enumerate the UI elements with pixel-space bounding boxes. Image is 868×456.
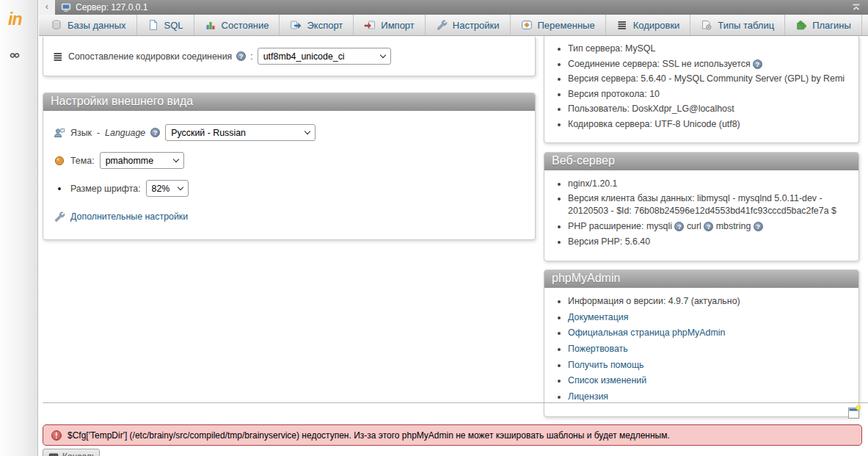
appearance-panel-title: Настройки внешнего вида [43,93,535,111]
theme-icon [54,155,65,167]
php-extension: mysqli [646,221,672,231]
list-item: Официальная страница phpMyAdmin [568,327,851,339]
charset-lines-icon [52,51,64,62]
tab-charsets[interactable]: Кодировки [606,15,691,35]
help-icon[interactable] [236,51,246,61]
page-content: Сопоставление кодировки соединения : utf… [39,36,868,456]
list-item: Версия сервера: 5.6.40 - MySQL Community… [568,73,851,85]
help-icon[interactable] [704,222,713,231]
list-item: Кодировка сервера: UTF-8 Unicode (utf8) [568,118,851,131]
footer-divider [43,402,868,403]
list-item: PHP расширение: mysqli curl mbstring [568,220,851,233]
theme-select[interactable]: pmahomme [100,152,184,169]
phpmyadmin-panel-title: phpMyAdmin [544,270,858,288]
plugin-puzzle-icon [795,19,807,31]
php-extension: mbstring [716,221,751,231]
changelog-link[interactable]: Список изменений [568,375,646,386]
tab-databases[interactable]: Базы данных [40,15,137,35]
server-title: Сервер: 127.0.0.1 [76,2,147,12]
php-extension: curl [687,221,701,231]
tab-variables[interactable]: Переменные [511,15,606,35]
language-icon [54,127,65,139]
collation-select-wrap: utf8mb4_unicode_ci [258,48,391,65]
server-monitor-icon [61,2,71,12]
list-item: Получить помощь [568,359,851,372]
error-message-bar: $Cfg['TempDir'] (/etc/brainy/src/compile… [43,424,862,446]
list-item: Лицензия [568,391,851,403]
collapse-window-icon[interactable] [850,1,862,13]
bullet: • [54,183,65,195]
import-icon [364,19,376,31]
phpmyadmin-panel-body: Информация о версии: 4.9.7 (актуально) Д… [544,288,858,416]
phpmyadmin-list: Информация о версии: 4.9.7 (актуально) Д… [547,295,851,403]
server-bar: Сервер: 127.0.0.1 [55,0,868,15]
engine-icon [701,19,712,31]
console-icon [48,452,59,456]
list-item: Пожертвовать [568,343,851,355]
language-label-native: Язык [70,128,92,138]
collation-box: Сопоставление кодировки соединения : utf… [43,37,536,76]
tab-export[interactable]: Экспорт [280,15,354,35]
list-item: Список изменений [568,374,851,387]
phpmyadmin-logo-fragment[interactable]: in [8,10,21,29]
language-select-wrap: Русский - Russian [165,124,316,141]
tab-plugins[interactable]: Плагины [785,15,862,35]
list-item: Версия протокола: 10 [568,88,851,101]
top-bar: ‹ Сервер: 127.0.0.1 [39,0,868,15]
language-select[interactable]: Русский - Russian [165,124,316,141]
list-item: Пользователь: DoskXdpr_LG@localhost [568,103,851,115]
theme-row: Тема: pmahomme [54,152,525,169]
help-icon[interactable] [754,222,763,231]
font-size-select-wrap: 82% [146,180,189,197]
get-support-link[interactable]: Получить помощь [568,360,644,370]
web-server-panel-body: nginx/1.20.1 Версия клиента базы данных:… [544,170,858,261]
tab-sql[interactable]: SQL [137,15,194,35]
database-server-box: Тип сервера: MySQL Соединение сервера: S… [544,36,859,143]
status-chart-icon [205,19,216,31]
more-settings-row: Дополнительные настройки [54,208,525,225]
font-size-label: Размер шрифта: [70,184,141,194]
language-row: Язык - Language Русский - Russian [54,124,525,141]
theme-select-wrap: pmahomme [100,152,184,169]
list-item: Версия PHP: 5.6.40 [568,236,851,248]
font-size-select[interactable]: 82% [146,180,189,197]
license-link[interactable]: Лицензия [568,391,608,402]
database-server-list: Тип сервера: MySQL Соединение сервера: S… [547,43,851,131]
list-item: Тип сервера: MySQL [568,43,851,55]
help-icon[interactable] [753,59,762,69]
collation-colon: : [250,51,252,62]
help-icon[interactable] [150,128,160,137]
export-icon [290,19,302,31]
navigation-sidebar: in [0,0,38,456]
wrench-icon [54,211,65,222]
console-tab[interactable]: Консоль [43,449,100,456]
font-size-row: • Размер шрифта: 82% [54,180,525,197]
tab-status[interactable]: Состояние [194,15,280,35]
sql-page-icon [147,19,159,31]
tab-settings[interactable]: Настройки [426,15,511,35]
web-server-list: nginx/1.20.1 Версия клиента базы данных:… [547,178,851,248]
theme-label: Тема: [70,156,95,166]
variables-icon [521,19,533,31]
list-item: nginx/1.20.1 [568,178,851,190]
main-area: ‹ Сервер: 127.0.0.1 Базы данных SQL [39,0,868,456]
tab-engines[interactable]: Типы таблиц [690,15,785,35]
more-settings-link[interactable]: Дополнительные настройки [70,211,188,222]
collation-label: Сопоставление кодировки соединения [68,51,232,62]
server-info-column: Тип сервера: MySQL Соединение сервера: S… [544,36,859,417]
language-label-separator: - [97,128,100,138]
nav-collapse-arrow[interactable]: ‹ [39,0,55,15]
documentation-link[interactable]: Документация [568,312,628,322]
phpmyadmin-panel: phpMyAdmin Информация о версии: 4.9.7 (а… [544,269,859,417]
list-item: Документация [568,311,851,324]
help-icon[interactable] [674,222,684,231]
database-icon [51,19,62,31]
tab-import[interactable]: Импорт [354,15,425,35]
open-new-window-icon[interactable] [847,405,861,420]
official-homepage-link[interactable]: Официальная страница phpMyAdmin [568,327,725,338]
server-tab-bar: Базы данных SQL Состояние Экспорт Импорт [39,15,868,36]
web-server-panel: Веб-сервер nginx/1.20.1 Версия клиента б… [544,152,859,262]
collation-select[interactable]: utf8mb4_unicode_ci [258,48,391,65]
error-message-text: $Cfg['TempDir'] (/etc/brainy/src/compile… [68,430,670,441]
donate-link[interactable]: Пожертвовать [568,344,628,354]
